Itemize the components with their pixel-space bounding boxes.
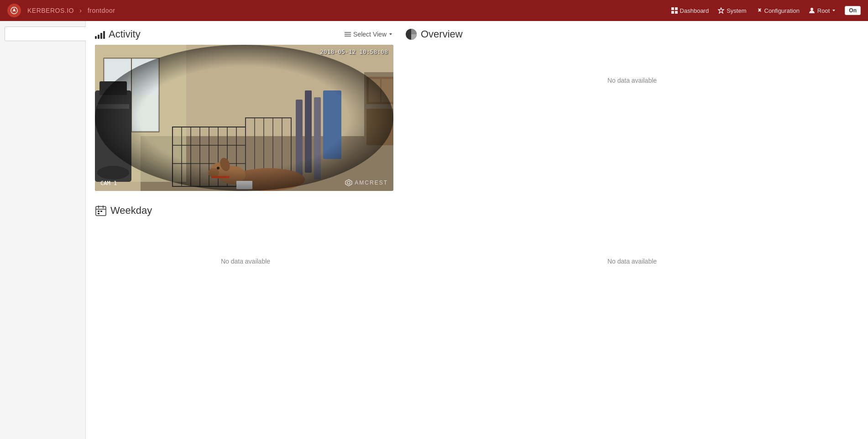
camera-feed: 2018-05-12 10:58:08 CAM 1 AMCREST [95,45,393,191]
on-badge: On [845,6,861,15]
camera-watermark: AMCREST [345,179,388,186]
activity-title: Activity [95,28,141,40]
overview-title: Overview [405,28,859,40]
svg-point-58 [95,45,393,191]
dashboard-link[interactable]: Dashboard [671,7,709,14]
app-logo [7,4,21,17]
signal-icon [95,30,105,39]
brand-name: KERBEROS.IO › frontdoor [26,7,117,14]
camera-label: CAM 1 [100,180,117,186]
svg-marker-59 [345,180,352,186]
svg-rect-4 [671,11,674,14]
weekday-section: Weekday [95,205,859,217]
svg-rect-2 [671,7,674,10]
bottom-left-no-data: No data available [95,258,396,265]
search-input[interactable] [5,26,88,41]
weekday-title: Weekday [95,205,859,217]
svg-rect-5 [675,11,678,14]
weekday-calendar-icon [95,205,107,217]
svg-point-60 [347,181,350,184]
svg-point-6 [810,8,813,11]
overview-no-data: No data available [405,77,859,84]
root-link[interactable]: Root [809,7,836,14]
svg-point-25 [97,166,129,180]
overview-panel: Overview No data available [405,28,859,84]
camera-timestamp: 2018-05-12 10:58:08 [320,48,388,55]
svg-rect-66 [98,211,99,212]
svg-rect-67 [100,211,102,212]
configuration-link[interactable]: Configuration [756,7,800,14]
pie-chart-icon [405,28,417,40]
select-view-button[interactable]: Select View [341,29,396,40]
bottom-left-panel: No data available [95,230,396,265]
topnav: KERBEROS.IO › frontdoor Dashboard System… [0,0,868,21]
main-content: Activity Select View [86,21,868,439]
svg-marker-1 [12,8,16,12]
bottom-right-no-data: No data available [405,258,859,265]
svg-rect-3 [675,7,678,10]
svg-rect-68 [98,213,99,214]
activity-panel: Activity Select View [95,28,396,191]
bottom-right-panel: No data available [405,230,859,265]
system-link[interactable]: System [718,7,746,14]
topnav-actions: Dashboard System Configuration Root On [671,6,861,15]
sidebar [0,21,86,439]
